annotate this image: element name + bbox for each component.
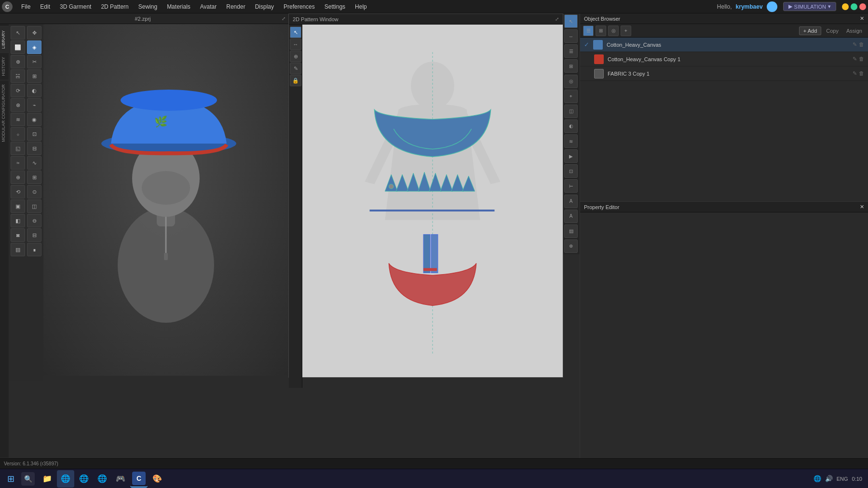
rt-extra1[interactable]: A bbox=[564, 195, 578, 208]
menu-edit[interactable]: Edit bbox=[35, 1, 55, 12]
wave-tool[interactable]: ∿ bbox=[27, 156, 41, 170]
ob-assign-button[interactable]: Assign bbox=[843, 27, 865, 35]
tool-extra10[interactable]: ⊟ bbox=[27, 228, 41, 242]
rt-grid[interactable]: ⊞ bbox=[564, 59, 578, 73]
seam-tool[interactable]: ⌁ bbox=[27, 98, 41, 112]
rt-extra3[interactable]: ▤ bbox=[564, 224, 578, 238]
box-select-tool[interactable]: ⬜ bbox=[11, 40, 25, 54]
ob-world-view[interactable]: ◎ bbox=[608, 26, 619, 36]
taskbar-explorer[interactable]: 📁 bbox=[39, 470, 56, 488]
pattern-lock-tool[interactable]: 🔒 bbox=[290, 75, 301, 86]
ob-copy-button[interactable]: Copy bbox=[823, 27, 841, 35]
maximize-button[interactable] bbox=[851, 3, 857, 10]
tool-extra12[interactable]: ∎ bbox=[27, 243, 41, 256]
pattern-tool[interactable]: ≋ bbox=[11, 113, 25, 126]
tool-extra3[interactable]: ⟲ bbox=[11, 185, 25, 198]
rt-move[interactable]: ↔ bbox=[564, 29, 578, 43]
taskbar-clo[interactable]: C bbox=[130, 470, 148, 488]
grid-tool[interactable]: ⊞ bbox=[27, 69, 41, 83]
pe-close-icon[interactable]: ✕ bbox=[860, 204, 864, 210]
tool-extra8[interactable]: ⊖ bbox=[27, 214, 41, 227]
rt-extra4[interactable]: ⊕ bbox=[564, 239, 578, 253]
network-icon[interactable]: 🌐 bbox=[814, 475, 821, 482]
panel-tool[interactable]: ⊡ bbox=[27, 127, 41, 141]
rt-world[interactable]: ◎ bbox=[564, 75, 578, 88]
taskbar-photoshop[interactable]: 🎨 bbox=[149, 470, 166, 488]
simulation-button[interactable]: ▶ SIMULATION ▾ bbox=[783, 2, 836, 11]
taskbar-chrome2[interactable]: 🌐 bbox=[94, 470, 111, 488]
delete-tool[interactable]: ⊗ bbox=[11, 98, 25, 112]
add-point-tool[interactable]: ⊕ bbox=[11, 55, 25, 68]
menu-help[interactable]: Help bbox=[350, 1, 372, 12]
tool-extra6[interactable]: ◫ bbox=[27, 199, 41, 213]
dart-tool[interactable]: ⬦ bbox=[11, 127, 25, 141]
pattern-draw-tool[interactable]: ✎ bbox=[290, 63, 301, 74]
modular-tab[interactable]: MODULAR CONFIGURATOR bbox=[0, 80, 9, 146]
pattern-select-tool[interactable]: ↖ bbox=[290, 26, 301, 38]
tool-extra9[interactable]: ◙ bbox=[11, 228, 25, 242]
tool-extra4[interactable]: ⊙ bbox=[27, 185, 41, 198]
rt-measure[interactable]: ⊢ bbox=[564, 179, 578, 193]
fabric-3-delete[interactable]: 🗑 bbox=[859, 70, 864, 77]
fabric-3-edit[interactable]: ✎ bbox=[853, 70, 857, 77]
reset-tool[interactable]: ⟳ bbox=[11, 84, 25, 97]
fold-tool[interactable]: ⊟ bbox=[27, 142, 41, 155]
texture-tool[interactable]: ≈ bbox=[11, 156, 25, 170]
rt-animate[interactable]: ▶ bbox=[564, 149, 578, 163]
menu-file[interactable]: File bbox=[16, 1, 35, 12]
menu-preferences[interactable]: Preferences bbox=[279, 1, 320, 12]
taskbar-search[interactable]: 🔍 bbox=[21, 472, 35, 486]
shading-tool[interactable]: ◐ bbox=[27, 84, 41, 97]
pattern-expand-icon[interactable]: ⤢ bbox=[555, 16, 559, 22]
menu-sewing[interactable]: Sewing bbox=[134, 1, 162, 12]
rt-camera[interactable]: ⌖ bbox=[564, 90, 578, 103]
rt-layers[interactable]: ◫ bbox=[564, 105, 578, 118]
fabric-2-edit[interactable]: ✎ bbox=[853, 56, 857, 62]
tool-extra7[interactable]: ◧ bbox=[11, 214, 25, 227]
ob-add-button[interactable]: + Add bbox=[799, 26, 821, 35]
minimize-button[interactable] bbox=[842, 3, 849, 10]
history-tab[interactable]: HISTORY bbox=[0, 53, 9, 80]
close-button[interactable] bbox=[859, 3, 866, 10]
select-tool[interactable]: ↖ bbox=[11, 26, 25, 40]
fabric-2-delete[interactable]: 🗑 bbox=[859, 56, 864, 62]
app-logo[interactable]: C bbox=[2, 1, 13, 12]
library-tab[interactable]: LIBRARY bbox=[0, 26, 9, 53]
menu-materials[interactable]: Materials bbox=[162, 1, 195, 12]
taskbar-chrome[interactable]: 🌐 bbox=[57, 470, 74, 488]
user-avatar[interactable] bbox=[767, 1, 777, 12]
expand-icon[interactable]: ⤢ bbox=[282, 16, 285, 21]
cut-tool[interactable]: ✂ bbox=[27, 55, 41, 68]
menu-display[interactable]: Display bbox=[250, 1, 279, 12]
rt-extra2[interactable]: A bbox=[564, 210, 578, 223]
brush-tool[interactable]: ☵ bbox=[11, 69, 25, 83]
fabric-item-1[interactable]: ✓ Cotton_Heavy_Canvas ✎ 🗑 bbox=[580, 38, 868, 52]
ob-grid-view[interactable]: ⊞ bbox=[596, 26, 606, 36]
ob-list-view[interactable]: ☰ bbox=[583, 26, 594, 36]
rt-render[interactable]: ◐ bbox=[564, 119, 578, 133]
fabric-item-2[interactable]: Cotton_Heavy_Canvas Copy 1 ✎ 🗑 bbox=[580, 52, 868, 66]
fabric-item-3[interactable]: FABRIC 3 Copy 1 ✎ 🗑 bbox=[580, 66, 868, 81]
taskbar-edge[interactable]: 🌐 bbox=[75, 470, 93, 488]
tool-extra2[interactable]: ⊞ bbox=[27, 171, 41, 184]
ob-close-icon[interactable]: ✕ bbox=[860, 15, 864, 22]
move-tool[interactable]: ✥ bbox=[27, 26, 41, 40]
menu-render[interactable]: Render bbox=[221, 1, 250, 12]
tool-extra5[interactable]: ▣ bbox=[11, 199, 25, 213]
pattern-move-tool[interactable]: ↔ bbox=[290, 39, 301, 50]
tool-extra1[interactable]: ⊕ bbox=[11, 171, 25, 184]
volume-icon[interactable]: 🔊 bbox=[825, 475, 833, 482]
rt-select[interactable]: ↖ bbox=[564, 14, 578, 28]
rotate-tool[interactable]: ◈ bbox=[27, 40, 41, 54]
rt-cloth[interactable]: ≋ bbox=[564, 134, 578, 148]
trace-tool[interactable]: ◱ bbox=[11, 142, 25, 155]
rt-list[interactable]: ☰ bbox=[564, 44, 578, 58]
taskbar-game[interactable]: 🎮 bbox=[112, 470, 129, 488]
pattern-canvas[interactable] bbox=[302, 25, 563, 377]
rt-points[interactable]: ⊡ bbox=[564, 164, 578, 178]
tool-extra11[interactable]: ▤ bbox=[11, 243, 25, 256]
menu-2d-pattern[interactable]: 2D Pattern bbox=[96, 1, 133, 12]
menu-3d-garment[interactable]: 3D Garment bbox=[55, 1, 96, 12]
menu-settings[interactable]: Settings bbox=[320, 1, 350, 12]
menu-avatar[interactable]: Avatar bbox=[195, 1, 221, 12]
